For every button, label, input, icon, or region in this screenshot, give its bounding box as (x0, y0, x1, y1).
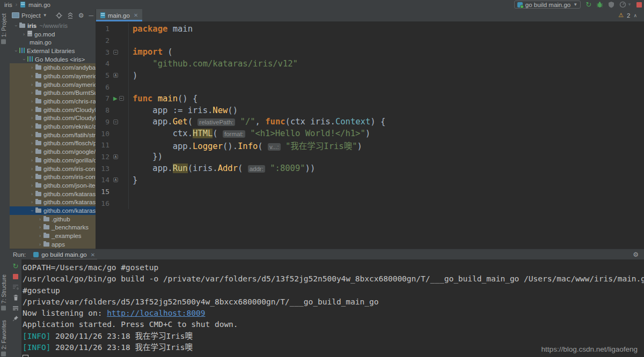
tree-item[interactable]: ›github.com/iris-contrib (10, 173, 96, 181)
debug-icon[interactable] (596, 1, 603, 8)
tree-item[interactable]: ›External Libraries (10, 47, 96, 55)
tree-chevron-icon[interactable]: › (29, 124, 35, 129)
run-line-icon[interactable]: ▶ (113, 95, 118, 101)
editor-line[interactable]: 7▶−func main() { (96, 93, 644, 105)
rerun-icon[interactable]: ↻ (13, 263, 19, 270)
tree-item[interactable]: ›apps (10, 240, 96, 249)
tree-chevron-icon[interactable]: › (37, 225, 43, 230)
tree-chevron-icon[interactable]: › (29, 115, 35, 121)
editor-line[interactable]: 5∧) (96, 70, 644, 81)
stop-icon[interactable] (13, 274, 18, 279)
run-tab[interactable]: go build main.go ✕ (30, 249, 98, 260)
tree-item[interactable]: ›github.com/iris-contrib (10, 165, 96, 173)
tree-item[interactable]: ›github.com/kataras/blo (10, 190, 96, 198)
tree-item[interactable]: ›github.com/json-iterato (10, 181, 96, 190)
editor-line[interactable]: 1package main (96, 23, 644, 35)
tree-item[interactable]: ›go.mod (10, 30, 96, 39)
tree-item[interactable]: ›github.com/kataras/iris (10, 206, 96, 215)
close-icon[interactable]: ✕ (91, 252, 95, 258)
close-icon[interactable]: ✕ (134, 12, 138, 18)
tree-item[interactable]: ›github.com/BurntSushi (10, 89, 96, 98)
tree-chevron-icon[interactable]: › (29, 166, 35, 172)
stop-icon[interactable] (636, 2, 642, 8)
editor-line[interactable]: 4 "github.com/kataras/iris/v12" (96, 58, 644, 70)
tree-chevron-icon[interactable]: › (29, 199, 35, 205)
coverage-icon[interactable] (608, 1, 614, 8)
tree-chevron-icon[interactable]: › (37, 217, 43, 222)
tree-chevron-icon[interactable]: › (13, 48, 19, 54)
tree-item[interactable]: ›github.com/chris-ramo (10, 97, 96, 106)
tree-chevron-icon[interactable]: › (29, 107, 35, 113)
editor-line[interactable]: 15 (96, 186, 644, 198)
fold-start-icon[interactable]: − (119, 96, 124, 101)
tree-chevron-icon[interactable]: › (29, 90, 35, 95)
editor-line[interactable]: 10 ctx.HTML( format: "<h1>Hello World!</… (96, 128, 644, 139)
clear-console-icon[interactable] (13, 294, 19, 301)
code-editor[interactable]: 1package main23−import (4 "github.com/ka… (96, 21, 644, 249)
tree-chevron-icon[interactable]: › (30, 207, 35, 213)
tree-item[interactable]: main.go (10, 38, 96, 47)
tree-chevron-icon[interactable]: › (29, 158, 35, 163)
collapse-all-icon[interactable] (67, 12, 74, 19)
editor-line[interactable]: 2 (96, 35, 644, 47)
tree-item[interactable]: ›github.com/kataras/gol (10, 198, 96, 206)
hide-panel-icon[interactable]: ─ (89, 12, 93, 19)
editor-line[interactable]: 3−import ( (96, 46, 644, 58)
editor-line[interactable]: 8 app := iris.New() (96, 105, 644, 116)
tree-chevron-icon[interactable]: › (29, 73, 35, 79)
tree-chevron-icon[interactable]: › (29, 140, 35, 146)
tree-item[interactable]: ›github.com/aymerick/d (10, 72, 96, 80)
tree-item[interactable]: ›github.com/eknkc/amb (10, 122, 96, 131)
chevron-down-icon[interactable]: ▼ (43, 13, 47, 18)
tree-chevron-icon[interactable]: › (13, 23, 19, 28)
tree-chevron-icon[interactable]: › (29, 82, 35, 87)
fold-end-icon[interactable]: ∧ (113, 73, 118, 78)
tree-item[interactable]: ›github.com/andybalhol (10, 63, 96, 72)
fold-start-icon[interactable]: − (113, 50, 118, 55)
fold-end-icon[interactable]: ∧ (113, 154, 118, 159)
stripe-structure-button[interactable]: 7: Structure (1, 274, 7, 310)
tree-item[interactable]: ›github.com/CloudyKit/f (10, 106, 96, 114)
tree-chevron-icon[interactable]: › (29, 191, 35, 197)
editor-line[interactable]: 13 app.Run(iris.Addr( addr: ":8009")) (96, 162, 644, 174)
run-config-selector[interactable]: go build main.go ▼ (514, 1, 581, 9)
tree-chevron-icon[interactable]: › (21, 56, 27, 62)
rerun-icon[interactable]: ↻ (586, 1, 591, 8)
breadcrumb-file[interactable]: main.go (28, 2, 50, 8)
tree-item[interactable]: ›github.com/CloudyKit/j (10, 114, 96, 123)
soft-wrap-icon[interactable] (12, 306, 19, 311)
tab-main-go[interactable]: main.go ✕ (96, 9, 142, 21)
tree-item[interactable]: ›github.com/flosch/pong (10, 139, 96, 148)
editor-line[interactable]: 16 (96, 197, 644, 209)
editor-line[interactable]: 11 app.Logger().Info( v...: "我在学习Iris噢") (96, 139, 644, 151)
stripe-project-button[interactable]: 1: Project (1, 13, 7, 44)
tree-item[interactable]: ›iris~/www/iris (10, 21, 96, 30)
settings-gear-icon[interactable]: ⚙ (78, 12, 84, 19)
run-console[interactable]: GOPATH=/Users/mac/go #gosetup/usr/local/… (21, 259, 644, 357)
editor-line[interactable]: 14∧} (96, 174, 644, 186)
tree-item[interactable]: ›.github (10, 215, 96, 224)
pin-icon[interactable] (12, 315, 19, 322)
tree-chevron-icon[interactable]: › (21, 32, 27, 37)
stripe-favorites-button[interactable]: 2: Favorites (1, 320, 7, 356)
tree-chevron-icon[interactable]: › (37, 242, 43, 247)
tree-item[interactable]: ›github.com/google/uui (10, 147, 96, 156)
editor-line[interactable]: 12∧ }) (96, 151, 644, 163)
fold-end-icon[interactable]: ∧ (113, 177, 118, 182)
chevron-up-icon[interactable]: ∧ (633, 13, 637, 18)
profiler-icon[interactable]: ▼ (619, 1, 632, 8)
fold-start-icon[interactable]: − (113, 120, 118, 124)
console-link[interactable]: http://localhost:8009 (107, 309, 205, 317)
locate-file-icon[interactable] (56, 12, 62, 19)
tree-item[interactable]: ›_examples (10, 232, 96, 240)
tree-chevron-icon[interactable]: › (29, 174, 35, 180)
tree-chevron-icon[interactable]: › (29, 99, 35, 104)
tree-chevron-icon[interactable]: › (29, 65, 35, 70)
tree-item[interactable]: ›_benchmarks (10, 224, 96, 232)
tree-chevron-icon[interactable]: › (29, 132, 35, 138)
tree-chevron-icon[interactable]: › (29, 149, 35, 154)
tree-chevron-icon[interactable]: › (37, 233, 43, 239)
editor-line[interactable]: 6 (96, 81, 644, 93)
tree-item[interactable]: ›Go Modules <iris> (10, 55, 96, 64)
project-panel-title[interactable]: Project (21, 12, 41, 19)
